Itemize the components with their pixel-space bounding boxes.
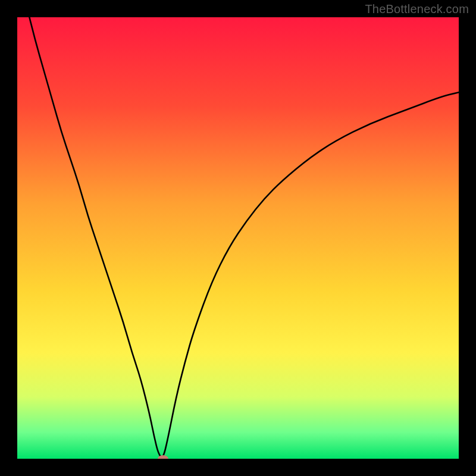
bottleneck-curve — [17, 17, 459, 457]
optimal-point-marker — [158, 455, 168, 459]
curve-layer — [17, 17, 459, 459]
plot-area — [17, 17, 459, 459]
chart-stage: TheBottleneck.com — [0, 0, 476, 476]
watermark-text: TheBottleneck.com — [365, 2, 469, 16]
